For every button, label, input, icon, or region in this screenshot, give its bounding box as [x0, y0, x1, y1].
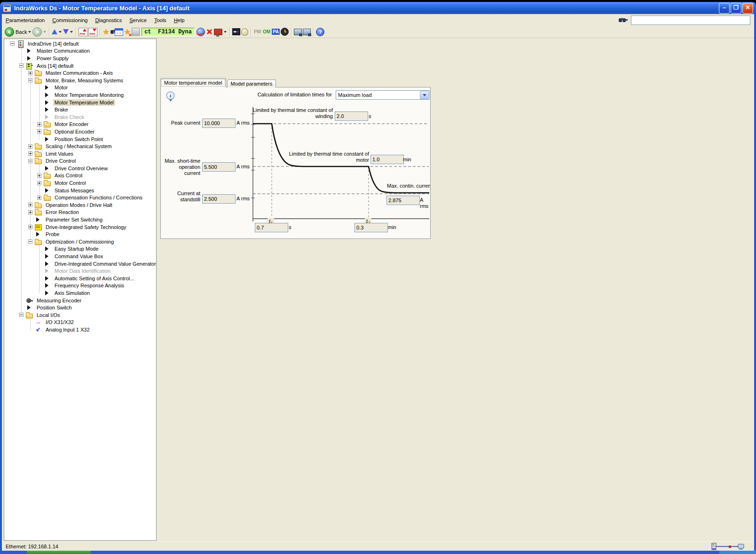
tree-item[interactable]: Axis Simulation [4, 289, 156, 297]
parameter-download-button[interactable]: PAR [88, 27, 97, 37]
search-input[interactable] [631, 16, 750, 25]
remove-favorite-button[interactable]: ★× [124, 27, 131, 37]
tree-item[interactable]: Position Switch [4, 304, 156, 311]
t1-field[interactable]: 0.7 [255, 223, 288, 232]
archive-button[interactable] [132, 27, 140, 37]
expand-toggle[interactable] [28, 71, 32, 75]
tree-item[interactable]: Motor Temperature Model [4, 99, 156, 106]
tree-item-label[interactable]: Drive Control Overview [53, 165, 109, 172]
menu-commissioning[interactable]: Commissioning [48, 16, 91, 24]
tree-item-label[interactable]: Drive-Integrated Command Value Generator [53, 261, 157, 267]
tree-item-label[interactable]: Error Reaction [44, 209, 80, 215]
standstill-current-field[interactable]: 2.500 [202, 194, 236, 204]
tree-item-label[interactable]: Command Value Box [53, 253, 104, 260]
tree-item-label[interactable]: Brake [53, 106, 70, 113]
tree-item-label[interactable]: Motor Encoder [53, 121, 90, 127]
tree-item[interactable]: Motor Encoder [4, 121, 156, 128]
menu-tools[interactable]: Tools [150, 16, 170, 24]
oscilloscope-button[interactable] [214, 27, 222, 37]
expand-toggle[interactable] [37, 129, 41, 134]
tree-item[interactable]: Motor Control [4, 179, 156, 187]
info-icon[interactable] [166, 92, 174, 100]
menu-parameterization[interactable]: Parameterization [2, 16, 48, 24]
tree-item[interactable]: Limit Values [4, 150, 156, 158]
expand-toggle[interactable] [28, 210, 32, 214]
expand-toggle[interactable] [37, 174, 41, 178]
expand-toggle[interactable] [19, 313, 24, 317]
windows-taskbar[interactable] [0, 551, 756, 554]
tree-item[interactable]: Position Switch Point [4, 135, 156, 143]
tree-item-label[interactable]: Master Communication - Axis [44, 70, 114, 76]
find-icon[interactable] [619, 16, 622, 25]
tree-item[interactable]: Error Reaction [4, 209, 156, 216]
expand-toggle[interactable] [28, 225, 32, 229]
tree-item-label[interactable]: Power Supply [35, 55, 70, 62]
find-button[interactable] [110, 27, 114, 37]
tree-item[interactable]: Brake Check [4, 113, 156, 121]
navigate-down-button[interactable] [63, 27, 69, 37]
runtime-clock-button[interactable] [281, 27, 289, 37]
tree-item[interactable]: Operation Modes / Drive Halt [4, 201, 156, 209]
chevron-down-icon[interactable] [420, 91, 429, 99]
tree-item-label[interactable]: Motor Temperature Monitoring [53, 92, 125, 98]
tree-item-label[interactable]: Automatic Setting of Axis Control... [53, 275, 135, 282]
tree-item-label[interactable]: Drive Control [44, 158, 77, 164]
tree-item[interactable]: Optional Encoder [4, 128, 156, 135]
dropdown-caret-icon[interactable] [70, 31, 73, 33]
tree-item-label[interactable]: Probe [44, 231, 61, 237]
tree-item-label[interactable]: Local I/Os [35, 312, 62, 318]
offline-mode-button[interactable] [206, 27, 213, 37]
expand-toggle[interactable] [37, 196, 41, 200]
minimize-button[interactable]: – [719, 3, 730, 14]
peak-current-field[interactable]: 10.000 [202, 119, 236, 128]
tree-item[interactable]: Probe [4, 230, 156, 238]
tree-item[interactable]: Status Messages [4, 187, 156, 194]
dropdown-caret-icon[interactable] [224, 31, 227, 33]
tree-item-label[interactable]: Analog Input 1 X32 [44, 326, 91, 333]
tree-item[interactable]: Motor, Brake, Measuring Systems [4, 77, 156, 84]
tree-item[interactable]: Motor Temperature Monitoring [4, 91, 156, 99]
diagnostics-chart-button[interactable] [232, 27, 240, 37]
tree-item[interactable]: Drive-Integrated Safety Technology [4, 223, 156, 231]
expand-toggle[interactable] [28, 144, 32, 149]
tab-motor-temperature-model[interactable]: Motor temperature model [160, 78, 226, 87]
tree-item-label[interactable]: Motor Control [53, 180, 87, 186]
tree-item[interactable]: I/O X31/X32 [4, 319, 156, 326]
tree-item-label[interactable]: Optimization / Commissioning [44, 238, 116, 245]
tree-item-label[interactable]: Compensation Functions / Corrections [53, 194, 144, 201]
tree-item[interactable]: Optimization / Commissioning [4, 238, 156, 245]
tree-item-label[interactable]: Motor Temperature Model [53, 99, 115, 106]
tree-item-label[interactable]: Drive-Integrated Safety Technology [44, 224, 128, 230]
tree-item[interactable]: Drive-Integrated Command Value Generator [4, 260, 156, 268]
pm-mode-badge[interactable]: PM [253, 27, 261, 37]
back-button[interactable]: Back [5, 27, 27, 37]
expand-toggle[interactable] [19, 63, 24, 68]
tree-item-label[interactable]: Easy Startup Mode [53, 245, 100, 252]
expand-toggle[interactable] [10, 41, 15, 46]
tree-item[interactable]: Easy Startup Mode [4, 245, 156, 253]
navigate-up-button[interactable] [52, 27, 57, 37]
tree-item-label[interactable]: Axis [14] default [35, 63, 75, 69]
dropdown-caret-icon[interactable] [59, 31, 62, 33]
tree-item-label[interactable]: Operation Modes / Drive Halt [44, 202, 114, 208]
calculation-mode-select[interactable]: Maximum load [336, 90, 430, 100]
tree-item-label[interactable]: Brake Check [53, 114, 86, 120]
tree-item-label[interactable]: Master Communication [35, 47, 91, 54]
parameter-list-button[interactable] [115, 27, 123, 37]
tree-item[interactable]: Drive Control Overview [4, 165, 156, 172]
system-tray[interactable] [719, 551, 756, 554]
tree-item-label[interactable]: Frequency Response Analysis [53, 282, 126, 289]
dropdown-caret-icon[interactable] [43, 31, 46, 33]
tree-item-label[interactable]: Scaling / Mechanical System [44, 143, 113, 150]
forward-button[interactable] [32, 27, 42, 37]
tree-item[interactable]: Axis [14] default [4, 62, 156, 70]
tree-item[interactable]: Motor [4, 84, 156, 92]
tree-item-label[interactable]: Limit Values [44, 150, 75, 157]
find-caret-icon[interactable] [625, 19, 628, 21]
close-button[interactable]: ✕ [742, 3, 753, 14]
device-status-box[interactable]: ct F3134 Dyna [142, 28, 195, 36]
tree-item[interactable]: Brake [4, 106, 156, 113]
expand-toggle[interactable] [28, 203, 32, 207]
tree-item[interactable]: Measuring Encoder [4, 297, 156, 304]
message-lamp-button[interactable] [241, 27, 248, 37]
